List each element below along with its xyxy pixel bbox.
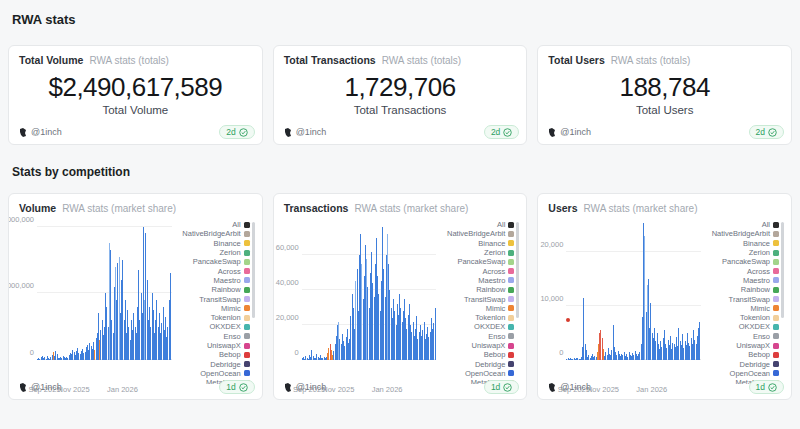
freshness-badge[interactable]: 2d [749,125,784,139]
card-header: Users RWA stats (market share) [538,194,791,216]
legend-item-debridge[interactable]: Debridge [701,359,779,368]
freshness-badge[interactable]: 1d [484,380,519,394]
legend-label: TransitSwap [464,295,505,304]
legend-item-rainbow[interactable]: Rainbow [436,285,514,294]
legend-color-swatch [244,333,250,339]
legend-item-bebop[interactable]: Bebop [701,350,779,359]
bar-chart-plot[interactable]: 00,000,0000,000,000 [37,220,172,360]
legend-item-binance[interactable]: Binance [701,239,779,248]
legend-item-nativebridgearbit[interactable]: NativeBridgeArbit [172,229,250,238]
legend-item-okxdex[interactable]: OKXDEX [701,322,779,331]
legend-item-across[interactable]: Across [701,266,779,275]
legend-item-binance[interactable]: Binance [172,239,250,248]
legend-item-enso[interactable]: Enso [701,332,779,341]
bar-chart-plot[interactable]: 010,00020,000 [566,220,701,360]
legend-item-tokenlon[interactable]: Tokenlon [701,313,779,322]
legend-color-swatch [508,240,514,246]
legend-item-all[interactable]: All [172,220,250,229]
card-footer: @1inch 2d [284,125,520,139]
legend-color-swatch [773,333,779,339]
legend-color-swatch [773,259,779,265]
legend-item-bebop[interactable]: Bebop [172,350,250,359]
legend-label: Debridge [475,360,505,369]
legend-item-transitswap[interactable]: TransitSwap [436,294,514,303]
legend-item-transitswap[interactable]: TransitSwap [172,294,250,303]
chart-card-transactions[interactable]: Transactions RWA stats (market share) 02… [273,193,528,400]
freshness-badge[interactable]: 2d [484,125,519,139]
legend-item-mimic[interactable]: Mimic [701,304,779,313]
freshness-badge[interactable]: 2d [219,125,254,139]
legend-label: All [232,220,240,229]
legend-item-openocean[interactable]: OpenOcean [436,369,514,378]
stat-card-total-users[interactable]: Total Users RWA stats (totals) 188,784 T… [537,45,792,145]
legend-item-openocean[interactable]: OpenOcean [701,369,779,378]
legend-label: NativeBridgeArbit [447,229,505,238]
legend-item-rainbow[interactable]: Rainbow [172,285,250,294]
chart-card-users[interactable]: Users RWA stats (market share) 010,00020… [537,193,792,400]
card-title: Users [548,202,577,214]
legend-label: Maestro [743,276,770,285]
legend-scrollbar[interactable] [516,222,519,318]
legend-item-zerion[interactable]: Zerion [172,248,250,257]
legend-item-pancakeswap[interactable]: PancakeSwap [172,257,250,266]
bar-chart-plot[interactable]: 020,00040,00060,000 [302,220,437,360]
legend-label: OKXDEX [474,322,505,331]
legend-item-tokenlon[interactable]: Tokenlon [172,313,250,322]
legend-label: Enso [488,332,505,341]
bars-layer [302,220,437,360]
author-byline[interactable]: @1inch [548,382,591,392]
freshness-age: 1d [491,382,500,392]
legend-item-mimic[interactable]: Mimic [436,304,514,313]
legend-item-debridge[interactable]: Debridge [436,359,514,368]
legend-item-uniswapx[interactable]: UniswapX [436,341,514,350]
legend-item-maestro[interactable]: Maestro [172,276,250,285]
legend-scrollbar[interactable] [781,222,784,318]
y-axis-tick-label: 10,000 [540,294,563,303]
section-title: Stats by competition [12,165,792,179]
author-byline[interactable]: @1inch [19,127,62,137]
legend-item-pancakeswap[interactable]: PancakeSwap [701,257,779,266]
oneinch-logo-icon [19,383,27,392]
legend-color-swatch [508,305,514,311]
legend-item-tokenlon[interactable]: Tokenlon [436,313,514,322]
author-byline[interactable]: @1inch [548,127,591,137]
legend-item-maestro[interactable]: Maestro [701,276,779,285]
legend-item-rainbow[interactable]: Rainbow [701,285,779,294]
bar [435,308,436,361]
legend-item-across[interactable]: Across [172,266,250,275]
stat-card-total-transactions[interactable]: Total Transactions RWA stats (totals) 1,… [273,45,528,145]
legend-item-openocean[interactable]: OpenOcean [172,369,250,378]
legend-item-uniswapx[interactable]: UniswapX [701,341,779,350]
card-subtitle: RWA stats (market share) [584,203,698,214]
freshness-badge[interactable]: 1d [219,380,254,394]
check-circle-icon [503,383,512,392]
legend-item-all[interactable]: All [701,220,779,229]
freshness-badge[interactable]: 1d [749,380,784,394]
chart-card-volume[interactable]: Volume RWA stats (market share) 00,000,0… [8,193,263,400]
legend-label: Tokenlon [475,313,505,322]
author-byline[interactable]: @1inch [284,382,327,392]
legend-item-nativebridgearbit[interactable]: NativeBridgeArbit [701,229,779,238]
legend-item-maestro[interactable]: Maestro [436,276,514,285]
legend-item-uniswapx[interactable]: UniswapX [172,341,250,350]
legend-item-zerion[interactable]: Zerion [701,248,779,257]
legend-item-all[interactable]: All [436,220,514,229]
legend-item-pancakeswap[interactable]: PancakeSwap [436,257,514,266]
legend-item-transitswap[interactable]: TransitSwap [701,294,779,303]
legend-item-mimic[interactable]: Mimic [172,304,250,313]
card-header: Transactions RWA stats (market share) [274,194,527,216]
legend-item-zerion[interactable]: Zerion [436,248,514,257]
legend-item-bebop[interactable]: Bebop [436,350,514,359]
legend-item-enso[interactable]: Enso [172,332,250,341]
legend-item-okxdex[interactable]: OKXDEX [436,322,514,331]
legend-scrollbar[interactable] [252,222,255,318]
stat-card-total-volume[interactable]: Total Volume RWA stats (totals) $2,490,6… [8,45,263,145]
legend-item-across[interactable]: Across [436,266,514,275]
author-byline[interactable]: @1inch [19,382,62,392]
legend-item-okxdex[interactable]: OKXDEX [172,322,250,331]
legend-item-enso[interactable]: Enso [436,332,514,341]
legend-item-nativebridgearbit[interactable]: NativeBridgeArbit [436,229,514,238]
legend-item-binance[interactable]: Binance [436,239,514,248]
author-byline[interactable]: @1inch [284,127,327,137]
legend-item-debridge[interactable]: Debridge [172,359,250,368]
